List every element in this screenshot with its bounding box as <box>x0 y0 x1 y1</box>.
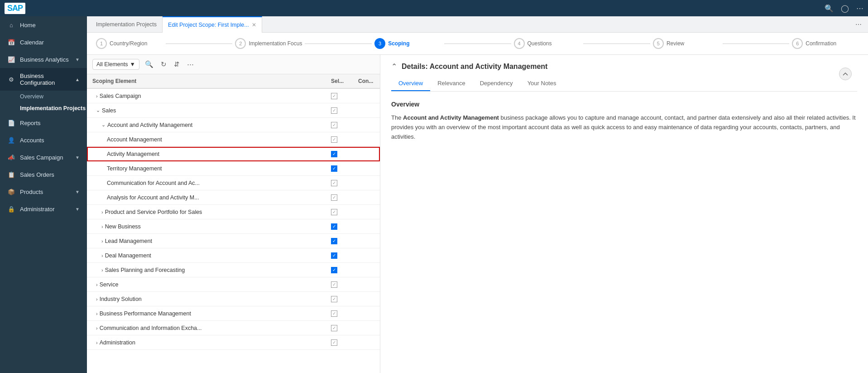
sidebar-item-home[interactable]: ⌂ Home <box>0 16 87 34</box>
sidebar-item-reports[interactable]: 📄 Reports <box>0 114 87 131</box>
step-circle-1: 1 <box>96 38 107 49</box>
scoping-element-label: › Product and Service Portfolio for Sale… <box>87 207 326 217</box>
checkbox[interactable]: ✓ <box>331 223 337 230</box>
sidebar-sub-overview[interactable]: Overview <box>0 91 87 102</box>
table-row[interactable]: › Service ✓ <box>87 277 380 292</box>
scoping-element-label: › Industry Solution <box>87 294 326 304</box>
wizard-step-2[interactable]: 2 Implementation Focus <box>235 38 302 49</box>
sidebar-sub-implementation-projects[interactable]: Implementation Projects <box>0 102 87 114</box>
sidebar-item-sales-orders[interactable]: 📋 Sales Orders <box>0 166 87 183</box>
checkbox[interactable]: ✓ <box>331 252 337 259</box>
table-row[interactable]: › Communication and Information Excha...… <box>87 321 380 335</box>
checkbox[interactable]: ✓ <box>331 325 337 331</box>
table-row[interactable]: Territory Management ✓ <box>87 161 380 176</box>
chevron-down-icon: ▼ <box>75 57 80 62</box>
table-row[interactable]: Communication for Account and Ac... ✓ <box>87 176 380 190</box>
table-row[interactable]: › Deal Management ✓ <box>87 248 380 263</box>
checkbox[interactable]: ✓ <box>331 339 337 346</box>
checkbox[interactable]: ✓ <box>331 122 337 128</box>
wizard-step-4[interactable]: 4 Questions <box>514 38 581 49</box>
expand-icon[interactable]: › <box>96 340 98 345</box>
detail-collapse-toggle[interactable]: ⌃ Details: Account and Activity Manageme… <box>391 62 857 71</box>
expand-icon[interactable]: ⌄ <box>101 122 106 128</box>
table-row[interactable]: ⌄ Account and Activity Management ✓ <box>87 118 380 132</box>
sidebar-item-products[interactable]: 📦 Products ▼ <box>0 183 87 200</box>
expand-icon[interactable]: › <box>96 282 98 287</box>
sidebar-item-calendar[interactable]: 📅 Calendar <box>0 34 87 51</box>
table-row[interactable]: › Product and Service Portfolio for Sale… <box>87 205 380 219</box>
checkbox[interactable]: ✓ <box>331 194 337 201</box>
more-icon[interactable]: ⋯ <box>185 58 196 70</box>
detail-tab-overview[interactable]: Overview <box>391 76 430 91</box>
scoping-element-label: › New Business <box>87 222 326 232</box>
sidebar-item-accounts[interactable]: 👤 Accounts <box>0 131 87 149</box>
refresh-icon[interactable]: ↻ <box>159 58 168 70</box>
search-icon[interactable]: 🔍 <box>825 4 834 13</box>
checkbox[interactable]: ✓ <box>331 267 337 273</box>
checkbox[interactable]: ✓ <box>331 107 337 114</box>
detail-tab-dependency[interactable]: Dependency <box>473 76 520 91</box>
checkbox[interactable]: ✓ <box>331 136 337 143</box>
table-row[interactable]: › Sales Planning and Forecasting ✓ <box>87 263 380 277</box>
expand-icon[interactable]: › <box>101 267 103 273</box>
search-icon[interactable]: 🔍 <box>143 58 155 70</box>
table-row[interactable]: › Sales Campaign ✓ <box>87 89 380 103</box>
filter-dropdown[interactable]: All Elements ▼ <box>92 59 139 70</box>
checkbox[interactable]: ✓ <box>331 165 337 172</box>
scroll-top-button[interactable] <box>839 68 852 80</box>
checkbox[interactable]: ✓ <box>331 238 337 244</box>
detail-tab-relevance[interactable]: Relevance <box>430 76 472 91</box>
sidebar-item-sales-campaign[interactable]: 📣 Sales Campaign ▼ <box>0 149 87 166</box>
expand-icon[interactable]: › <box>101 224 103 229</box>
close-icon[interactable]: ✕ <box>252 22 256 28</box>
checkbox[interactable]: ✓ <box>331 180 337 186</box>
table-row[interactable]: Account Management ✓ <box>87 132 380 147</box>
expand-icon[interactable]: › <box>96 296 98 302</box>
sidebar-item-business-configuration[interactable]: ⚙ Business Configuration ▲ <box>0 68 87 91</box>
scoping-con-cell <box>353 210 380 214</box>
step-circle-6: 6 <box>792 38 803 49</box>
expand-icon[interactable]: › <box>96 311 98 316</box>
table-row[interactable]: ⌄ Sales ✓ <box>87 103 380 118</box>
wizard-step-5[interactable]: 5 Review <box>653 38 720 49</box>
more-icon[interactable]: ⋯ <box>856 4 863 13</box>
checkbox[interactable]: ✓ <box>331 310 337 317</box>
checkbox[interactable]: ✓ <box>331 209 337 215</box>
checkbox[interactable]: ✓ <box>331 281 337 288</box>
table-row[interactable]: › Administration ✓ <box>87 335 380 350</box>
checkbox[interactable]: ✓ <box>331 296 337 302</box>
sort-icon[interactable]: ⇵ <box>172 58 182 70</box>
scoping-sel-cell: ✓ <box>326 236 353 246</box>
expand-icon[interactable]: › <box>101 253 103 258</box>
table-row[interactable]: Analysis for Account and Activity M... ✓ <box>87 190 380 205</box>
wizard-step-1[interactable]: 1 Country/Region <box>96 38 163 49</box>
expand-icon[interactable]: › <box>101 209 103 215</box>
tab-label: Implementation Projects <box>96 21 157 28</box>
activity-management-row[interactable]: Activity Management ✓ <box>87 147 380 161</box>
expand-icon[interactable]: ⌄ <box>96 107 100 113</box>
sidebar-item-administrator[interactable]: 🔒 Administrator ▼ <box>0 200 87 218</box>
tab-edit-project-scope[interactable]: Edit Project Scope: First Imple... ✕ <box>163 16 262 33</box>
table-row[interactable]: › Business Performance Management ✓ <box>87 306 380 321</box>
checkbox[interactable]: ✓ <box>331 151 337 157</box>
table-row[interactable]: › New Business ✓ <box>87 219 380 234</box>
detail-tab-your-notes[interactable]: Your Notes <box>520 76 564 91</box>
expand-icon[interactable]: › <box>101 238 103 244</box>
user-icon[interactable]: ◯ <box>841 4 849 13</box>
calendar-icon: 📅 <box>7 38 15 46</box>
wizard-step-6[interactable]: 6 Confirmation <box>792 38 859 49</box>
checkbox[interactable]: ✓ <box>331 93 337 99</box>
sidebar-item-label: Home <box>20 22 80 29</box>
tab-implementation-projects[interactable]: Implementation Projects <box>91 16 163 33</box>
expand-icon[interactable]: › <box>96 325 98 331</box>
sidebar-item-business-analytics[interactable]: 📈 Business Analytics ▼ <box>0 51 87 68</box>
table-row[interactable]: › Industry Solution ✓ <box>87 292 380 306</box>
sidebar: ⌂ Home 📅 Calendar 📈 Business Analytics ▼… <box>0 16 87 373</box>
wizard-step-3[interactable]: 3 Scoping <box>374 38 441 49</box>
scoping-element-label: Communication for Account and Ac... <box>87 178 326 188</box>
table-row[interactable]: › Lead Management ✓ <box>87 234 380 248</box>
expand-icon[interactable]: › <box>96 93 98 99</box>
tabs-more-icon[interactable]: ⋯ <box>853 21 864 28</box>
scoping-table: Scoping Element Sel... Con... › Sales Ca… <box>87 74 380 373</box>
scoping-table-header: Scoping Element Sel... Con... <box>87 74 380 89</box>
